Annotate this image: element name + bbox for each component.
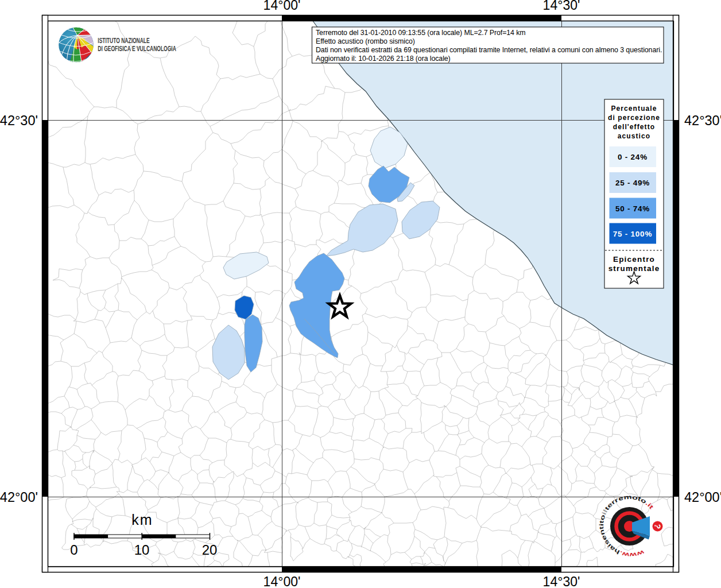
svg-text:Epicentro: Epicentro [613, 255, 655, 264]
svg-text:42°30': 42°30' [684, 113, 721, 128]
svg-text:42°30': 42°30' [0, 113, 38, 128]
svg-text:di percezione: di percezione [608, 114, 660, 122]
svg-text:Dati non verificati estratti d: Dati non verificati estratti da 69 quest… [316, 46, 662, 54]
svg-text:20: 20 [202, 542, 218, 558]
svg-text:0 - 24%: 0 - 24% [618, 153, 648, 161]
svg-text:Aggiornato il: 10-01-2026 21:1: Aggiornato il: 10-01-2026 21:18 (ora loc… [316, 55, 451, 63]
svg-text:Percentuale: Percentuale [611, 105, 657, 113]
svg-text:DI GEOFISICA E VULCANOLOGIA: DI GEOFISICA E VULCANOLOGIA [98, 44, 176, 52]
svg-text:25 - 49%: 25 - 49% [615, 179, 650, 187]
svg-text:km: km [131, 512, 153, 528]
svg-text:14°00': 14°00' [263, 0, 301, 13]
svg-text:14°30': 14°30' [543, 574, 580, 588]
svg-text:42°00': 42°00' [684, 490, 721, 505]
svg-text:75 - 100%: 75 - 100% [613, 230, 652, 238]
svg-text:14°30': 14°30' [543, 0, 580, 13]
svg-text:acustico: acustico [618, 132, 651, 140]
svg-text:ISTITUTO NAZIONALE: ISTITUTO NAZIONALE [98, 36, 150, 44]
svg-text:Effetto acustico (rombo sismic: Effetto acustico (rombo sismico) [316, 37, 415, 45]
svg-text:50 - 74%: 50 - 74% [615, 204, 650, 213]
svg-text:14°00': 14°00' [263, 574, 301, 588]
svg-text:dell'effetto: dell'effetto [613, 123, 655, 131]
svg-text:Terremoto del 31-01-2010 09:13: Terremoto del 31-01-2010 09:13:55 (ora l… [316, 29, 526, 37]
svg-text:42°00': 42°00' [0, 490, 38, 505]
svg-text:0: 0 [70, 542, 77, 558]
svg-text:10: 10 [134, 542, 150, 558]
